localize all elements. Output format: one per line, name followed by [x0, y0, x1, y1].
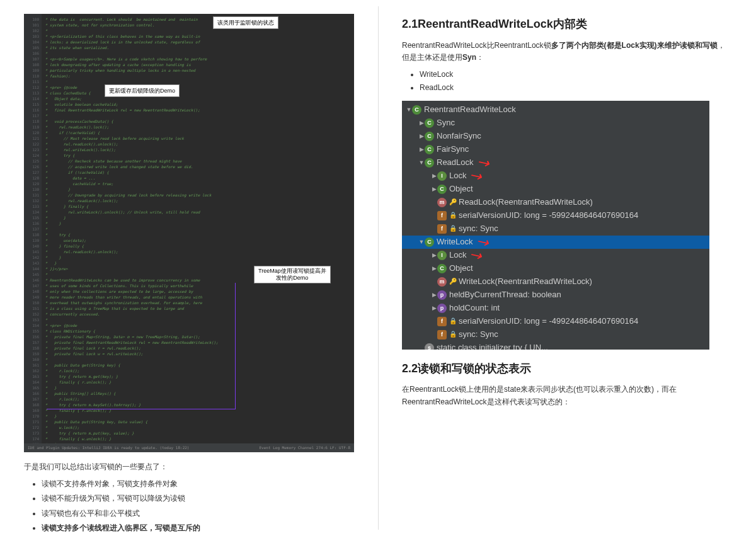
expand-icon[interactable]: ▶ [431, 171, 437, 180]
t: ReentrantReadWriteLock比ReentrantLock锁 [402, 41, 551, 50]
c-icon [412, 105, 421, 115]
c-icon [425, 237, 434, 247]
section-2-2-title: 2.2读锁和写锁的状态表示 [402, 360, 732, 378]
summary-item: 读锁不支持条件对象，写锁支持条件对象 [42, 478, 354, 490]
expand-icon[interactable]: ▶ [431, 185, 437, 193]
tree-label: serialVersionUID: long = -49924486464076… [459, 315, 638, 328]
expand-icon[interactable]: ▼ [406, 105, 412, 114]
tree-row[interactable]: ▶Sync [402, 117, 709, 130]
f-icon [437, 224, 447, 234]
tree-row[interactable]: ▶Lock↘ [402, 249, 709, 262]
ide-code-area: * the data is concurrent. Lock should be… [43, 14, 354, 452]
summary-item: 读锁支持多个读线程进入临界区，写锁是互斥的 [42, 522, 354, 534]
tree-label: WriteLock [437, 236, 473, 249]
p-icon [437, 290, 447, 300]
tree-row[interactable]: 🔒serialVersionUID: long = -5992448646407… [402, 209, 709, 222]
tree-label: sync: Sync [459, 328, 498, 341]
expand-icon[interactable]: ▶ [431, 264, 437, 273]
expand-icon[interactable]: ▶ [418, 145, 425, 154]
summary-item: 读锁不能升级为写锁，写锁可以降级为读锁 [42, 493, 354, 505]
tree-label: heldByCurrentThread: boolean [449, 288, 561, 302]
tree-row[interactable]: 🔑ReadLock(ReentrantReadWriteLock) [402, 196, 709, 209]
tree-row[interactable]: ▼ReentrantReadWriteLock [402, 103, 709, 117]
p-icon [437, 304, 447, 313]
tree-row[interactable]: 🔒serialVersionUID: long = -4992448646407… [402, 315, 709, 328]
i-icon [437, 251, 447, 260]
section-2-1-para: ReentrantReadWriteLock比ReentrantLock锁多了两… [402, 40, 732, 64]
summary-item: 读写锁也有公平和非公平模式 [42, 508, 354, 520]
c-icon [437, 185, 447, 194]
section-2-1-title: 2.1ReentrantReadWriteLock内部类 [402, 15, 732, 33]
inner-class-list: WriteLockReadLock [402, 69, 732, 94]
expand-icon[interactable]: ▶ [431, 251, 437, 259]
expand-icon[interactable]: ▼ [418, 158, 425, 167]
t: Syn [462, 53, 476, 62]
tree-row[interactable]: ▼WriteLock↘ [402, 236, 709, 249]
key-icon: 🔑 [449, 197, 457, 207]
tree-row[interactable]: ▶Object [402, 262, 709, 275]
left-column: 100 101 102 103 104 105 106 107 108 109 … [0, 0, 378, 536]
lock-icon: 🔒 [449, 224, 457, 234]
tree-row[interactable]: ▶holdCount: int [402, 302, 709, 315]
tree-row[interactable]: ▼ReadLock↘ [402, 156, 709, 169]
callout3-line2: 发性的Demo [276, 275, 308, 281]
tree-label: Lock [449, 249, 466, 262]
tree-row[interactable]: ▶Lock↘ [402, 169, 709, 183]
tree-label: Lock [449, 169, 466, 183]
inner-class-item: WriteLock [420, 69, 732, 81]
expand-icon[interactable]: ▶ [431, 290, 437, 299]
tree-label: static class initializer try { UN... [437, 341, 548, 350]
tree-label: NonfairSync [437, 130, 481, 143]
inner-class-item: ReadLock [420, 82, 732, 94]
c-icon [425, 158, 434, 168]
f-icon [437, 317, 447, 326]
summary-list: 读锁不支持条件对象，写锁支持条件对象读锁不能升级为写锁，写锁可以降级为读锁读写锁… [24, 478, 354, 534]
tree-row[interactable]: ▶heldByCurrentThread: boolean [402, 288, 709, 302]
callout-box-1: 该类用于监听锁的状态 [213, 16, 278, 29]
tree-label: sync: Sync [459, 222, 498, 236]
tree-label: holdCount: int [449, 302, 500, 315]
tree-label: FairSync [437, 143, 469, 156]
tree-row[interactable]: 🔒sync: Sync [402, 328, 709, 341]
i-icon [437, 171, 447, 181]
m-icon [437, 277, 447, 287]
tree-label: Object [449, 262, 473, 275]
tree-label: ReentrantReadWriteLock [424, 103, 516, 117]
expand-icon[interactable]: ▶ [418, 118, 425, 127]
structure-panel: ▼ReentrantReadWriteLock▶Sync▶NonfairSync… [402, 101, 709, 350]
right-column: 2.1ReentrantReadWriteLock内部类 ReentrantRe… [378, 0, 756, 536]
tree-row[interactable]: ▶NonfairSync [402, 130, 709, 143]
key-icon: 🔑 [449, 277, 457, 287]
c-icon [437, 264, 447, 273]
callout3-line1: TreeMap使用读写锁提高并 [258, 268, 326, 274]
tree-row[interactable]: static class initializer try { UN... [402, 341, 709, 350]
tree-row[interactable]: 🔑WriteLock(ReentrantReadWriteLock) [402, 275, 709, 288]
callout-box-3: TreeMap使用读写锁提高并 发性的Demo [254, 266, 331, 283]
ide-line-gutter: 100 101 102 103 104 105 106 107 108 109 … [24, 14, 42, 452]
tree-label: WriteLock(ReentrantReadWriteLock) [459, 275, 592, 288]
ide-status-bar: IDE and Plugin Updates: IntelliJ IDEA is… [24, 443, 354, 452]
class-tree: ▼ReentrantReadWriteLock▶Sync▶NonfairSync… [402, 101, 709, 350]
tree-row[interactable]: 🔒sync: Sync [402, 222, 709, 236]
c-icon [425, 145, 434, 154]
expand-icon[interactable]: ▶ [418, 132, 425, 140]
two-column-page: 100 101 102 103 104 105 106 107 108 109 … [0, 0, 756, 536]
lock-icon: 🔒 [449, 316, 457, 326]
s-icon [425, 343, 434, 350]
lock-icon: 🔒 [449, 210, 457, 220]
tree-row[interactable]: ▶Object [402, 183, 709, 196]
section-2-2-para: 在ReentrantLock锁上使用的是state来表示同步状态(也可以表示重入… [402, 384, 732, 408]
expand-icon[interactable]: ▶ [431, 304, 437, 312]
tree-row[interactable]: ▶FairSync [402, 143, 709, 156]
summary-intro: 于是我们可以总结出读写锁的一些要点了： [24, 461, 354, 473]
t: 多了两个内部类(都是Lock实现)来维护读锁和写锁 [551, 41, 718, 50]
ide-screenshot: 100 101 102 103 104 105 106 107 108 109 … [24, 14, 354, 452]
tree-label: ReadLock(ReentrantReadWriteLock) [459, 196, 593, 209]
callout-box-2: 更新缓存后锁降级的Demo [105, 84, 180, 97]
expand-icon[interactable]: ▼ [418, 237, 425, 246]
f-icon [437, 330, 447, 339]
tree-label: serialVersionUID: long = -59924486464076… [459, 209, 638, 222]
f-icon [437, 211, 447, 220]
tree-label: Sync [437, 117, 455, 130]
tree-label: ReadLock [437, 156, 474, 169]
